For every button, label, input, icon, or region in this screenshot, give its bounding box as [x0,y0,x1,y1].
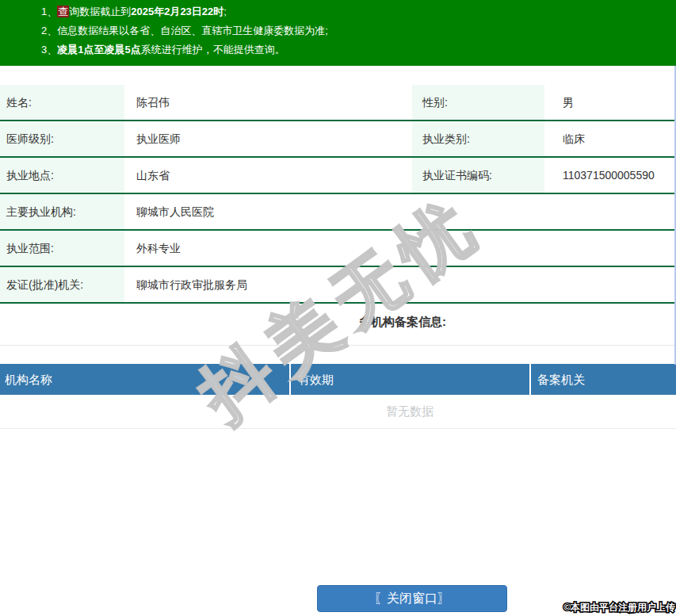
notice-line-2: 2、信息数据结果以各省、自治区、直辖市卫生健康委数据为准; [41,21,676,40]
column-header-record-authority: 备案机关 [531,364,676,395]
main-institution-label: 主要执业机构: [0,194,124,229]
notice-line-2-text: 信息数据结果以各省、自治区、直辖市卫生健康委数据为准; [57,25,328,36]
certificate-no-label: 执业证书编码: [412,158,544,193]
section-divider [0,345,676,346]
column-header-validity-period: 有效期 [291,364,531,395]
empty-data-text: 暂无数据 [386,404,433,419]
notice-banner: 1、查询数据截止到2025年2月23日22时; 2、信息数据结果以各省、自治区、… [0,0,676,66]
footer-upload-watermark: ©本图由平台注册用户上传 [563,601,675,614]
records-bottom-divider [0,428,676,429]
table-row-main-institution: 主要执业机构: 聊城市人民医院 [0,194,676,231]
name-value: 陈召伟 [124,85,412,120]
doctor-info-table: 姓名: 陈召伟 性别: 男 医师级别: 执业医师 执业类别: 临床 执业地点: … [0,85,676,304]
practice-scope-value: 外科专业 [124,231,676,266]
practice-type-value: 临床 [544,121,676,156]
multi-institution-section-title: 多机构备案信息: [359,315,446,330]
records-table-header: 机构名称 有效期 备案机关 [0,364,676,395]
issuing-authority-label: 发证(批准)机关: [0,267,124,302]
table-row-issuing-authority: 发证(批准)机关: 聊城市行政审批服务局 [0,267,676,304]
notice-line-3-tail: 系统进行维护，不能提供查询。 [141,44,285,55]
notice-line-2-number: 2、 [41,25,57,36]
column-header-institution-name: 机构名称 [0,364,291,395]
notice-line-1: 1、查询数据截止到2025年2月23日22时; [41,2,676,21]
table-row-location-certificate: 执业地点: 山东省 执业证书编码: 110371500005590 [0,158,676,194]
table-row-level-category: 医师级别: 执业医师 执业类别: 临床 [0,121,676,158]
gender-label: 性别: [412,85,544,120]
table-row-practice-scope: 执业范围: 外科专业 [0,231,676,267]
practice-scope-label: 执业范围: [0,231,124,266]
notice-line-3-bold: 凌晨1点至凌晨5点 [57,44,140,55]
main-institution-value: 聊城市人民医院 [124,194,676,229]
issuing-authority-value: 聊城市行政审批服务局 [124,267,676,302]
name-label: 姓名: [0,85,124,120]
practice-location-value: 山东省 [124,158,412,193]
table-row-name-gender: 姓名: 陈召伟 性别: 男 [0,85,676,121]
notice-line-1-tail: ; [223,6,227,17]
notice-line-1-text: 询数据截止到 [69,6,131,17]
notice-line-3: 3、凌晨1点至凌晨5点系统进行维护，不能提供查询。 [41,40,676,59]
notice-line-1-number: 1、 [41,6,57,17]
practice-location-label: 执业地点: [0,158,124,193]
doctor-level-value: 执业医师 [124,121,412,156]
highlight-mark: 查 [57,6,69,17]
practice-type-label: 执业类别: [412,121,544,156]
close-window-button[interactable]: 〖关闭窗口〗 [317,585,507,612]
notice-line-1-bold: 2025年2月23日22时 [131,6,223,17]
notice-line-3-number: 3、 [41,44,57,55]
gender-value: 男 [544,85,676,120]
doctor-level-label: 医师级别: [0,121,124,156]
certificate-no-value: 110371500005590 [544,158,676,193]
